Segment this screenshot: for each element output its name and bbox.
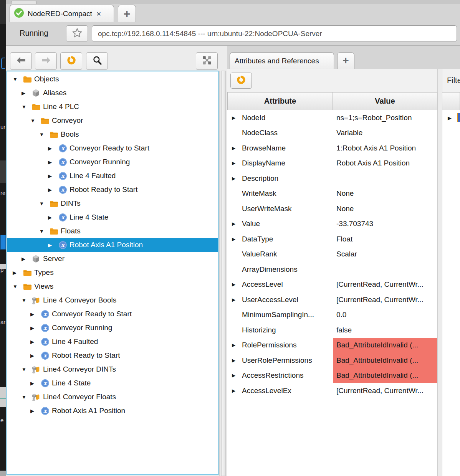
tree-item[interactable]: ▶xLine 4 Faulted: [7, 169, 218, 183]
attribute-row[interactable]: UserWriteMaskNone: [227, 201, 437, 217]
scrollbar[interactable]: [221, 71, 226, 476]
expander-icon[interactable]: ▼: [22, 298, 31, 303]
tree-item[interactable]: ▶xRobot Ready to Start: [7, 349, 218, 362]
tree-item[interactable]: ▶Aliases: [7, 86, 218, 100]
tree-item[interactable]: ▶xConveyor Ready to Start: [7, 307, 218, 321]
attribute-row[interactable]: ▶DisplayNameRobot Axis A1 Position: [227, 156, 437, 171]
expander-icon[interactable]: ▶: [48, 215, 58, 220]
node-graph-button[interactable]: [196, 52, 218, 70]
forward-button[interactable]: [35, 52, 57, 70]
attribute-row[interactable]: ArrayDimensions: [227, 262, 437, 277]
expander-icon[interactable]: ▶: [48, 187, 58, 193]
attribute-row[interactable]: ▶BrowseName1:Robot Axis A1 Position: [227, 140, 437, 156]
tree-item[interactable]: ▶Types: [7, 266, 218, 279]
tree-item[interactable]: ▼Line4 Conveyor DINTs: [7, 362, 218, 376]
connection-tab[interactable]: NodeRED-Compact ×: [10, 5, 114, 23]
expander-icon[interactable]: ▶: [232, 373, 242, 378]
expander-icon[interactable]: ▶: [22, 90, 31, 96]
attribute-row[interactable]: ▶DataTypeFloat: [227, 231, 437, 247]
expander-icon[interactable]: ▶: [48, 145, 58, 151]
expander-icon[interactable]: ▶: [30, 339, 40, 345]
tree-item[interactable]: ▶xRobot Axis A1 Position: [7, 238, 218, 252]
expander-icon[interactable]: ▶: [30, 408, 40, 414]
tree-item[interactable]: ▼Line4 Conveyor Floats: [7, 390, 218, 404]
expander-icon[interactable]: ▶: [48, 173, 58, 179]
panel-splitter[interactable]: [437, 69, 442, 476]
attribute-row[interactable]: ▶Value-33.703743: [227, 217, 437, 232]
tree-item[interactable]: ▼Bools: [7, 127, 218, 141]
expander-icon[interactable]: ▶: [232, 282, 242, 287]
attribute-row[interactable]: WriteMaskNone: [227, 186, 437, 202]
tree-item[interactable]: ▶xRobot Ready to Start: [7, 183, 218, 197]
back-button[interactable]: [10, 52, 32, 70]
expander-icon[interactable]: ▶: [30, 380, 40, 386]
tree-item[interactable]: ▼Objects: [7, 72, 218, 86]
tree-item[interactable]: ▼Conveyor: [7, 114, 218, 127]
attribute-row[interactable]: ▶Description: [227, 171, 437, 186]
expander-icon[interactable]: ▼: [39, 132, 49, 137]
expander-icon[interactable]: ▶: [232, 388, 242, 393]
expander-icon[interactable]: ▶: [232, 115, 242, 121]
tree-item[interactable]: ▼Views: [7, 279, 218, 293]
expander-icon[interactable]: ▼: [30, 118, 40, 124]
attribute-row[interactable]: ▶UserRolePermissionsBad_AttributeIdInval…: [227, 353, 437, 368]
expander-icon[interactable]: ▼: [22, 394, 31, 400]
expander-icon[interactable]: ▶: [232, 176, 242, 181]
attribute-row[interactable]: ValueRankScalar: [227, 247, 437, 262]
expander-icon[interactable]: ▶: [232, 160, 242, 166]
tree-item[interactable]: ▶xConveyor Running: [7, 321, 218, 335]
tree-item[interactable]: ▶xLine 4 State: [7, 376, 218, 390]
expander-icon[interactable]: ▼: [13, 76, 23, 82]
expander-icon[interactable]: ▼: [22, 367, 31, 372]
tree-item[interactable]: ▶xConveyor Ready to Start: [7, 141, 218, 155]
column-header-attribute[interactable]: Attribute: [227, 92, 333, 110]
refresh-tree-button[interactable]: [60, 52, 82, 70]
tree-item[interactable]: ▶xConveyor Running: [7, 155, 218, 169]
refresh-attributes-button[interactable]: [230, 73, 252, 89]
tab-attributes-and-references[interactable]: Attributes and References: [230, 52, 334, 69]
attribute-row[interactable]: ▶AccessLevelEx[CurrentRead, CurrentWr...: [227, 383, 437, 398]
expander-icon[interactable]: ▶: [48, 159, 58, 165]
expander-icon[interactable]: ▶: [30, 311, 40, 317]
expander-icon[interactable]: ▶: [22, 256, 31, 262]
expander-icon[interactable]: ▶: [30, 325, 40, 331]
expander-icon[interactable]: ▶: [48, 242, 58, 248]
expander-icon[interactable]: ▶: [448, 115, 452, 121]
new-view-tab-button[interactable]: +: [337, 52, 354, 69]
tree-item[interactable]: ▶Server: [7, 252, 218, 266]
search-button[interactable]: [86, 52, 108, 70]
tree-item[interactable]: ▼Line 4 Conveyor Bools: [7, 293, 218, 307]
expander-icon[interactable]: ▶: [30, 353, 40, 359]
expander-icon[interactable]: ▼: [13, 284, 23, 289]
tree-item[interactable]: ▶xRobot Axis A1 Position: [7, 404, 218, 418]
server-url-input[interactable]: opc.tcp://192.168.0.114:54845 --- urn:ub…: [92, 25, 457, 42]
tree-item[interactable]: ▼Floats: [7, 224, 218, 238]
close-tab-icon[interactable]: ×: [96, 10, 101, 18]
attribute-row[interactable]: ▶UserAccessLevel[CurrentRead, CurrentWr.…: [227, 292, 437, 307]
attribute-row[interactable]: ▶AccessRestrictionsBad_AttributeIdInvali…: [227, 368, 437, 383]
expander-icon[interactable]: ▶: [13, 270, 23, 276]
attribute-row[interactable]: ▶AccessLevel[CurrentRead, CurrentWr...: [227, 277, 437, 293]
expander-icon[interactable]: ▼: [39, 201, 49, 207]
attribute-row[interactable]: ▶NodeIdns=1;s=Robot_Position: [227, 110, 437, 126]
new-connection-tab-button[interactable]: +: [118, 5, 136, 23]
expander-icon[interactable]: ▶: [232, 236, 242, 242]
tree-item[interactable]: ▼Line 4 PLC: [7, 100, 218, 114]
attribute-row[interactable]: MinimumSamplingIn...0.0: [227, 307, 437, 323]
tree-item[interactable]: ▶xLine 4 Faulted: [7, 335, 218, 349]
expander-icon[interactable]: ▶: [232, 221, 242, 226]
expander-icon[interactable]: ▼: [22, 104, 31, 110]
tree-item[interactable]: ▶xLine 4 State: [7, 210, 218, 224]
expander-icon[interactable]: ▶: [232, 358, 242, 363]
column-header-value[interactable]: Value: [333, 92, 437, 110]
expander-icon[interactable]: ▶: [232, 297, 242, 302]
attribute-row[interactable]: ▶RolePermissionsBad_AttributeIdInvalid (…: [227, 338, 437, 353]
expander-icon[interactable]: ▶: [232, 145, 242, 151]
tree-item[interactable]: ▼DINTs: [7, 197, 218, 210]
attribute-row[interactable]: Historizingfalse: [227, 322, 437, 338]
expander-icon[interactable]: ▼: [39, 228, 49, 234]
favorite-button[interactable]: [66, 25, 88, 42]
expander-icon[interactable]: ▶: [232, 342, 242, 348]
attribute-row[interactable]: NodeClassVariable: [227, 126, 437, 141]
panel-splitter[interactable]: [219, 71, 227, 476]
